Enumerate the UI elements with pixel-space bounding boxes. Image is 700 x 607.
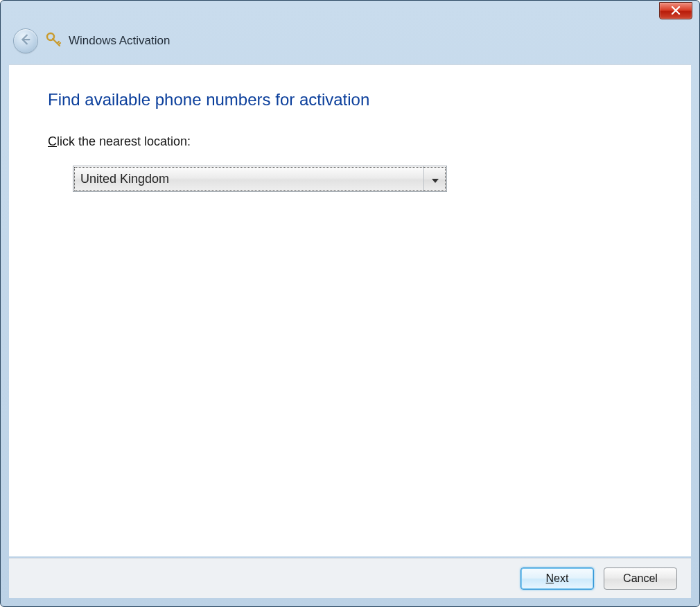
chevron-down-icon bbox=[432, 172, 439, 186]
close-icon bbox=[671, 5, 681, 17]
page-heading: Find available phone numbers for activat… bbox=[48, 90, 652, 109]
cancel-button[interactable]: Cancel bbox=[604, 568, 677, 590]
location-selected-value: United Kingdom bbox=[73, 166, 423, 191]
next-button[interactable]: Next bbox=[520, 568, 594, 590]
key-icon bbox=[45, 31, 62, 51]
titlebar bbox=[1, 1, 699, 24]
nav-row: Windows Activation bbox=[1, 24, 699, 60]
content-area: Find available phone numbers for activat… bbox=[9, 64, 691, 556]
back-arrow-icon bbox=[19, 33, 32, 49]
combobox-arrow[interactable] bbox=[423, 166, 446, 191]
location-prompt: Click the nearest location: bbox=[48, 134, 652, 149]
cancel-button-label: Cancel bbox=[623, 572, 658, 585]
location-combobox[interactable]: United Kingdom bbox=[73, 166, 447, 192]
back-button[interactable] bbox=[13, 28, 38, 53]
close-button[interactable] bbox=[659, 2, 692, 19]
footer-bar: Next Cancel bbox=[9, 558, 691, 598]
app-title: Windows Activation bbox=[69, 34, 170, 48]
activation-window: Windows Activation Find available phone … bbox=[0, 0, 700, 607]
next-button-label: Next bbox=[546, 572, 569, 585]
